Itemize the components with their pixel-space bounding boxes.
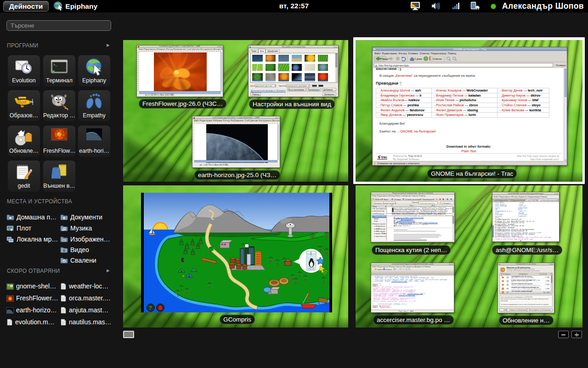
- svg-text:Отметки: Отметки: [433, 58, 442, 60]
- svg-text:Назад: Назад: [381, 58, 388, 60]
- svg-text:?: ?: [148, 305, 152, 311]
- svg-text:trac: trac: [381, 155, 387, 159]
- svg-text:Запазване: Запазване: [385, 269, 392, 270]
- svg-text:▾: ▾: [384, 58, 384, 60]
- svg-text:Отваряне ▾: Отваряне ▾: [377, 269, 384, 270]
- svg-text:>_: >_: [53, 63, 57, 67]
- svg-text:У дома: У дома: [414, 58, 422, 60]
